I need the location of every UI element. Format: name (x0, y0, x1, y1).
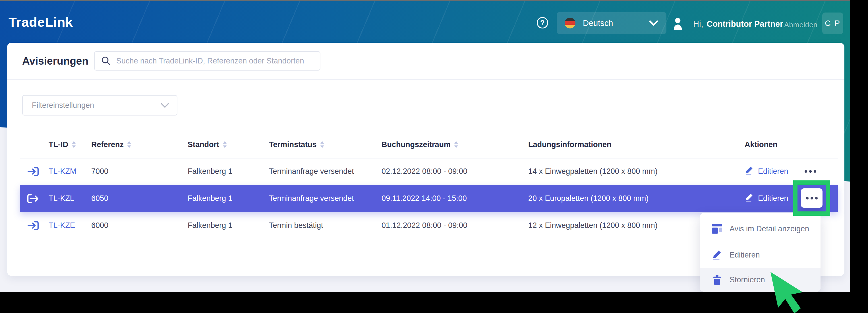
cell-terminstatus: Termin bestätigt (269, 212, 323, 239)
german-flag-icon (565, 18, 576, 28)
logout-link[interactable]: Abmelden (784, 21, 817, 29)
pencil-icon (745, 192, 753, 205)
cell-terminstatus: Terminanfrage versendet (269, 158, 354, 185)
cell-ladungsinformationen: 12 x Einwegpaletten (1200 x 800 mm) (528, 212, 658, 239)
avatar[interactable]: C P (822, 12, 843, 34)
screenshot-canvas: TradeLink ? Deutsch Hi,Contributor Partn… (0, 0, 868, 313)
edit-label: Editieren (758, 167, 788, 176)
menu-item-avis-detail[interactable]: Avis im Detail anzeigen (700, 216, 820, 242)
inbound-arrow-icon (27, 220, 39, 232)
column-header-tl-id: TL-ID (49, 137, 76, 152)
menu-item-label: Stornieren (730, 276, 765, 284)
column-header-aktionen: Aktionen (745, 137, 778, 152)
app-viewport: TradeLink ? Deutsch Hi,Contributor Partn… (0, 1, 850, 292)
page-title: Avisierungen (22, 55, 88, 67)
cell-referenz: 6000 (91, 212, 108, 239)
cell-tl-id[interactable]: TL-KZM (49, 158, 76, 185)
column-label: Ladungsinformationen (528, 140, 612, 149)
column-header-terminstatus: Terminstatus (269, 137, 324, 152)
cell-ladungsinformationen: 14 x Einwegpaletten (1200 x 800 mm) (528, 158, 658, 185)
direction-cell (27, 212, 39, 239)
column-label: Aktionen (745, 140, 778, 149)
language-selected-label: Deutsch (583, 19, 613, 28)
cell-ladungsinformationen: 20 x Europaletten (1200 x 800 mm) (528, 185, 649, 212)
column-label: TL-ID (49, 140, 68, 149)
user-greeting: Hi,Contributor Partner (693, 19, 783, 29)
search-box (94, 51, 320, 70)
menu-item-label: Avis im Detail anzeigen (730, 225, 809, 233)
sort-icon[interactable] (223, 141, 227, 148)
cell-tl-id[interactable]: TL-KZL (49, 185, 74, 212)
edit-label: Editieren (758, 194, 788, 203)
pencil-icon (745, 165, 753, 177)
cell-tl-id[interactable]: TL-KZE (49, 212, 75, 239)
detail-view-icon (711, 223, 723, 234)
chevron-down-icon (161, 103, 169, 108)
sort-icon[interactable] (72, 141, 76, 148)
table-row[interactable]: TL-KZL 6050 Falkenberg 1 Terminanfrage v… (20, 185, 838, 212)
table-row[interactable]: TL-KZM 7000 Falkenberg 1 Terminanfrage v… (20, 158, 838, 185)
cell-referenz: 7000 (91, 158, 108, 185)
card-header-divider (7, 79, 844, 80)
search-input[interactable] (116, 57, 316, 65)
column-header-buchungszeitraum: Buchungszeitraum (381, 137, 458, 152)
row-actions-menu-button[interactable] (801, 188, 823, 208)
language-selector[interactable]: Deutsch (557, 12, 666, 34)
help-icon[interactable]: ? (537, 17, 548, 28)
help-glyph: ? (540, 19, 545, 27)
sort-icon[interactable] (320, 141, 324, 148)
column-label: Standort (188, 140, 219, 149)
cell-referenz: 6050 (91, 185, 108, 212)
cell-buchungszeitraum: 01.12.2022 08:00 - 09:00 (381, 212, 467, 239)
user-name: Contributor Partner (707, 19, 783, 28)
chevron-down-icon (649, 21, 658, 26)
direction-cell (27, 158, 39, 185)
user-icon (672, 17, 684, 30)
outbound-arrow-icon (27, 193, 39, 205)
column-header-ladungsinformationen: Ladungsinformationen (528, 137, 612, 152)
filter-settings-dropdown[interactable]: Filtereinstellungen (22, 95, 178, 116)
cell-standort: Falkenberg 1 (188, 158, 232, 185)
cell-standort: Falkenberg 1 (188, 185, 232, 212)
ellipsis-icon (806, 197, 818, 199)
edit-action[interactable]: Editieren (745, 185, 788, 212)
ellipsis-icon (805, 170, 816, 173)
direction-cell (27, 185, 39, 212)
cell-buchungszeitraum: 09.11.2022 14:00 - 15:00 (381, 185, 467, 212)
sort-icon[interactable] (454, 141, 458, 148)
cell-terminstatus: Terminanfrage versendet (269, 185, 354, 212)
sort-icon[interactable] (127, 141, 131, 148)
column-label: Referenz (91, 140, 124, 149)
column-header-standort: Standort (188, 137, 227, 152)
column-label: Buchungszeitraum (381, 140, 451, 149)
filter-settings-label: Filtereinstellungen (32, 101, 94, 110)
cell-standort: Falkenberg 1 (188, 212, 232, 239)
menu-item-label: Editieren (730, 251, 760, 259)
greeting-prefix: Hi, (693, 19, 703, 28)
window-top-border (0, 0, 850, 1)
inbound-arrow-icon (27, 166, 39, 177)
pencil-icon (711, 249, 723, 261)
edit-action[interactable]: Editieren (745, 158, 788, 185)
cell-buchungszeitraum: 02.12.2022 08:00 - 09:00 (381, 158, 467, 185)
column-header-referenz: Referenz (91, 137, 131, 152)
search-icon (101, 56, 111, 66)
tradelink-logo: TradeLink (8, 14, 73, 30)
column-label: Terminstatus (269, 140, 317, 149)
trash-icon (711, 275, 723, 285)
